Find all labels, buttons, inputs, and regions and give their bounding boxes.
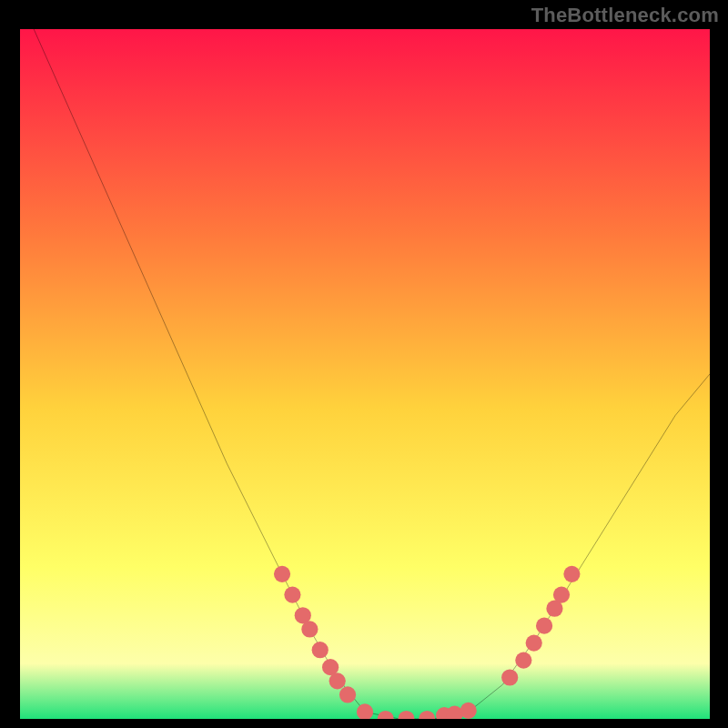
highlight-dot bbox=[501, 669, 518, 685]
highlight-dot bbox=[460, 703, 477, 719]
highlight-dot bbox=[274, 566, 290, 582]
highlight-dot bbox=[339, 686, 356, 703]
highlight-dot bbox=[526, 635, 542, 652]
watermark-text: TheBottleneck.com bbox=[531, 4, 719, 27]
highlight-dot bbox=[563, 566, 580, 582]
gradient-background bbox=[20, 29, 710, 719]
chart-stage: TheBottleneck.com bbox=[0, 0, 728, 728]
highlight-dot bbox=[329, 672, 346, 689]
bottleneck-chart bbox=[20, 29, 710, 719]
highlight-dot bbox=[536, 618, 552, 634]
highlight-dot bbox=[312, 642, 329, 658]
highlight-dot bbox=[553, 586, 570, 602]
plot-frame bbox=[20, 29, 710, 719]
highlight-dot bbox=[284, 586, 300, 602]
highlight-dot bbox=[515, 652, 531, 668]
highlight-dot bbox=[301, 621, 318, 637]
